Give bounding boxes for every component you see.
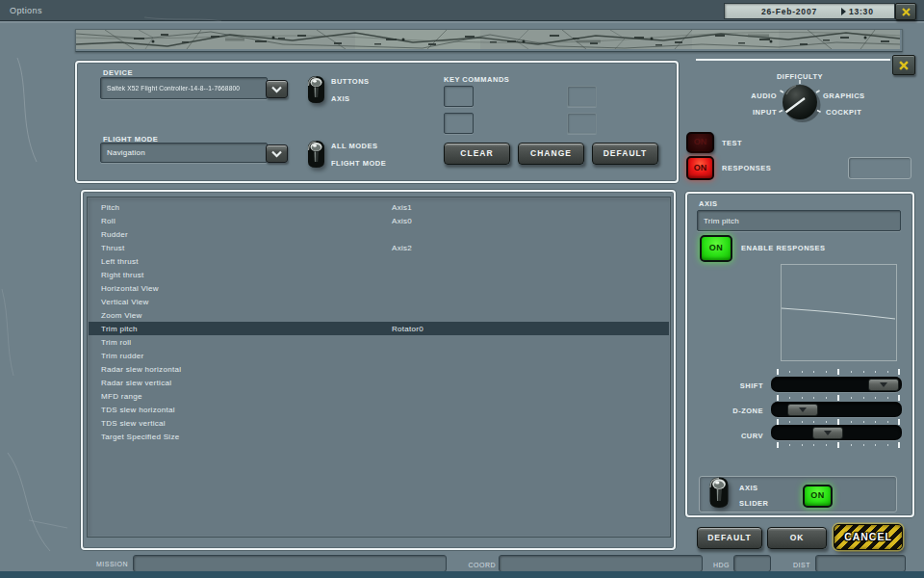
dist-field[interactable] xyxy=(815,555,906,572)
list-item[interactable]: Vertical View xyxy=(89,295,669,308)
close-icon xyxy=(899,61,909,70)
list-item[interactable]: Zoom View xyxy=(89,308,669,322)
cancel-button[interactable]: CANCEL xyxy=(834,524,903,550)
axis-slider-on-toggle[interactable]: ON xyxy=(803,485,833,508)
list-item-label: Trim pitch xyxy=(101,325,138,333)
key-command-box-4[interactable] xyxy=(567,113,597,134)
list-item[interactable]: Horizontal View xyxy=(89,281,669,295)
list-item[interactable]: TDS slew vertical xyxy=(89,416,669,430)
toggle2-bottom-label: FLIGHT MODE xyxy=(331,159,386,168)
list-item-label: TDS slew vertical xyxy=(101,419,166,428)
list-item[interactable]: Left thrust xyxy=(89,254,669,268)
window-title: Options xyxy=(10,6,42,15)
dzone-slider-handle[interactable] xyxy=(787,404,818,416)
slider-ticks xyxy=(777,369,900,375)
axis-slider-toggle-icon[interactable] xyxy=(706,475,732,511)
key-default-button[interactable]: DEFAULT xyxy=(592,143,658,165)
play-icon xyxy=(841,8,846,15)
list-item-label: Trim roll xyxy=(101,338,131,347)
difficulty-knob[interactable] xyxy=(767,69,833,135)
axis-name-value: Trim pitch xyxy=(704,217,739,225)
enable-responses-toggle[interactable]: ON xyxy=(700,235,732,262)
list-item-value: Axis0 xyxy=(392,217,412,225)
hdg-field[interactable] xyxy=(733,555,771,572)
list-item-label: Target Specified Size xyxy=(101,433,179,441)
list-item-label: Roll xyxy=(101,217,116,225)
default-button[interactable]: DEFAULT xyxy=(697,527,762,549)
coord-label: COORD xyxy=(452,562,496,568)
responses-label: RESPONSES xyxy=(722,164,771,172)
device-dropdown-button[interactable] xyxy=(266,80,288,98)
close-button-top[interactable] xyxy=(895,3,916,20)
list-item[interactable]: Radar slew vertical xyxy=(89,376,669,389)
all-modes-toggle-icon[interactable] xyxy=(304,139,327,171)
list-item[interactable]: Right thrust xyxy=(89,268,669,281)
list-item-value: Rotator0 xyxy=(392,325,424,333)
slider-ticks xyxy=(777,442,900,448)
change-button[interactable]: CHANGE xyxy=(518,143,584,165)
datetime-box: 26-Feb-2007 13:30 xyxy=(724,3,895,19)
device-value: Saitek X52 Flight Controller-14-8--1-766… xyxy=(107,84,240,92)
list-item[interactable]: Trim roll xyxy=(89,335,669,349)
dzone-label: D-ZONE xyxy=(698,407,763,415)
device-select[interactable]: Saitek X52 Flight Controller-14-8--1-766… xyxy=(100,77,268,99)
list-item-label: Right thrust xyxy=(101,271,144,279)
clear-button[interactable]: CLEAR xyxy=(444,143,510,165)
dzone-slider[interactable] xyxy=(771,402,902,417)
list-item-label: Horizontal View xyxy=(101,284,159,293)
flight-mode-select[interactable]: Navigation xyxy=(100,143,268,163)
list-item-label: Pitch xyxy=(101,203,119,212)
flight-mode-value: Navigation xyxy=(107,148,145,157)
list-item[interactable]: Trim rudder xyxy=(89,349,669,362)
flight-mode-dropdown-button[interactable] xyxy=(266,144,288,163)
chevron-down-icon xyxy=(270,150,283,158)
shift-slider[interactable] xyxy=(771,377,902,392)
list-item-label: Thrust xyxy=(101,244,124,252)
toggle1-top-label: BUTTONS xyxy=(331,77,370,86)
bottom-strip xyxy=(0,571,924,578)
list-item[interactable]: TDS slew horizontal xyxy=(89,403,669,416)
list-item-label: Vertical View xyxy=(101,298,149,306)
mission-time: 13:30 xyxy=(849,7,874,16)
list-item-label: MFD range xyxy=(101,392,142,401)
responses-indicator[interactable]: ON xyxy=(686,156,714,180)
key-command-box-1[interactable] xyxy=(444,86,474,107)
response-graph xyxy=(781,264,897,361)
list-item[interactable]: Rudder xyxy=(89,227,669,241)
curv-slider-handle[interactable] xyxy=(812,427,843,439)
list-item-label: Trim rudder xyxy=(101,352,143,360)
list-item[interactable]: RollAxis0 xyxy=(89,214,669,227)
buttons-axis-toggle-icon[interactable] xyxy=(304,74,327,106)
key-commands-label: KEY COMMANDS xyxy=(444,75,509,84)
mission-label: MISSION xyxy=(87,561,128,567)
list-item[interactable]: Target Specified Size xyxy=(89,430,669,443)
shift-label: SHIFT xyxy=(698,381,763,390)
mission-field[interactable] xyxy=(133,555,447,572)
list-item[interactable]: MFD range xyxy=(89,389,669,403)
shift-slider-handle[interactable] xyxy=(868,379,899,391)
list-item-label: TDS slew horizontal xyxy=(101,406,175,414)
list-item[interactable]: PitchAxis1 xyxy=(89,200,669,214)
list-item[interactable]: ThrustAxis2 xyxy=(89,241,669,254)
test-indicator[interactable]: ON xyxy=(686,132,714,153)
toggle1-bottom-label: AXIS xyxy=(331,94,350,103)
map-strip xyxy=(75,29,903,52)
list-item[interactable]: Radar slew horizontal xyxy=(89,362,669,376)
close-button-options[interactable] xyxy=(892,55,915,75)
key-command-box-2[interactable] xyxy=(444,113,474,134)
toggle2-top-label: ALL MODES xyxy=(331,142,378,150)
dist-label: DIST xyxy=(778,562,810,568)
difficulty-divider xyxy=(696,59,890,61)
curv-slider[interactable] xyxy=(771,425,902,440)
toggle3-top-label: AXIS xyxy=(739,484,758,492)
key-command-box-3[interactable] xyxy=(567,86,597,107)
list-item-value: Axis1 xyxy=(392,203,412,212)
list-item-value: Axis2 xyxy=(392,244,412,252)
device-label: DEVICE xyxy=(103,68,133,77)
ok-button[interactable]: OK xyxy=(767,527,827,549)
coord-field[interactable] xyxy=(499,555,703,572)
enable-responses-label: ENABLE RESPONSES xyxy=(741,244,826,252)
mission-date: 26-Feb-2007 xyxy=(761,7,817,16)
list-item[interactable]: Trim pitchRotator0 xyxy=(89,322,669,335)
list-item-label: Zoom View xyxy=(101,311,142,320)
